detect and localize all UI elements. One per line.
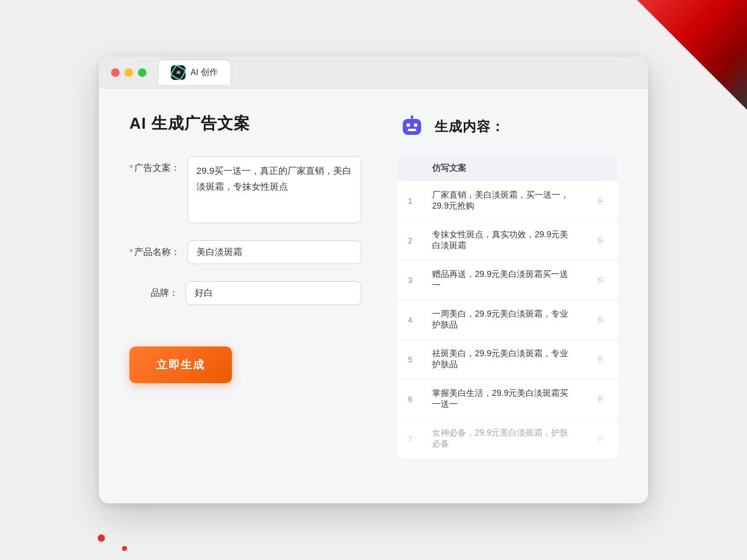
row-index: 3 [398,260,422,300]
minimize-button[interactable] [125,68,133,77]
robot-eyes [406,123,417,127]
brand-group: 品牌： [129,281,361,305]
row-index: 2 [398,221,422,260]
product-name-input[interactable] [187,240,361,264]
robot-head [403,119,421,135]
row-copy-text: 祛斑美白，29.9元美白淡斑霜，专业护肤品 [422,340,583,379]
table-row: 5祛斑美白，29.9元美白淡斑霜，专业护肤品⎘ [398,340,618,379]
table-row: 3赠品再送，29.9元美白淡斑霜买一送一⎘ [398,260,618,300]
copy-icon[interactable]: ⎘ [593,193,608,208]
row-action-cell: ⎘ [583,260,618,300]
brand-label: 品牌： [129,281,178,299]
right-title: 生成内容： [435,118,505,136]
robot-icon [398,113,426,141]
required-star-ad: * [129,162,133,173]
browser-window: AI 创作 AI 生成广告文案 *广告文案： *产品名称： [99,57,648,503]
row-action-cell: ⎘ [583,419,618,459]
title-bar: AI 创作 [99,57,648,88]
copy-icon[interactable]: ⎘ [593,392,608,406]
copy-icon[interactable]: ⎘ [593,431,608,446]
table-row: 6掌握美白生活，29.9元美白淡斑霜买一送一⎘ [398,379,618,419]
col-copy: 仿写文案 [422,156,583,181]
col-action [583,156,618,181]
copy-icon[interactable]: ⎘ [593,352,608,367]
row-copy-text: 赠品再送，29.9元美白淡斑霜买一送一 [422,260,583,300]
row-index: 7 [398,419,422,459]
corner-decoration [637,0,747,110]
row-copy-text: 掌握美白生活，29.9元美白淡斑霜买一送一 [422,379,583,419]
table-row: 2专抹女性斑点，真实功效，29.9元美白淡斑霜⎘ [398,221,618,260]
required-star-product: * [129,246,133,257]
row-index: 4 [398,300,422,340]
table-row: 4一周美白，29.9元美白淡斑霜，专业护肤品⎘ [398,300,618,340]
page-title: AI 生成广告文案 [129,113,361,134]
product-name-group: *产品名称： [129,240,361,264]
results-table: 仿写文案 1厂家直销，美白淡斑霜，买一送一，29.9元抢购⎘2专抹女性斑点，真实… [398,156,618,459]
ai-tab[interactable]: AI 创作 [159,60,230,85]
copy-icon[interactable]: ⎘ [593,312,608,327]
row-copy-text: 专抹女性斑点，真实功效，29.9元美白淡斑霜 [422,221,583,260]
product-name-label: *产品名称： [129,240,180,258]
close-button[interactable] [111,68,120,77]
table-row: 7女神必备，29.9元美白淡斑霜，护肤必备⎘ [398,419,618,459]
row-index: 1 [398,181,422,221]
copy-icon[interactable]: ⎘ [593,273,608,287]
page-content: AI 生成广告文案 *广告文案： *产品名称： 品牌： 立 [99,88,648,503]
row-action-cell: ⎘ [583,379,618,419]
row-index: 5 [398,340,422,379]
robot-mouth [408,129,416,131]
dot-decoration-2 [122,546,127,551]
row-copy-text: 厂家直销，美白淡斑霜，买一送一，29.9元抢购 [422,181,583,221]
col-index [398,156,422,181]
maximize-button[interactable] [138,68,146,77]
row-action-cell: ⎘ [583,181,618,221]
dot-decoration-1 [98,534,105,542]
ad-copy-group: *广告文案： [129,156,361,223]
robot-eye-left [406,123,410,127]
generate-button[interactable]: 立即生成 [129,346,232,383]
row-copy-text: 一周美白，29.9元美白淡斑霜，专业护肤品 [422,300,583,340]
ad-copy-label: *广告文案： [129,156,180,174]
row-action-cell: ⎘ [583,221,618,260]
brand-input[interactable] [186,281,361,305]
right-header: 生成内容： [398,113,618,141]
copy-icon[interactable]: ⎘ [593,233,608,248]
ad-copy-input[interactable] [187,156,361,223]
right-panel: 生成内容： 仿写文案 1厂家直销，美白淡斑霜，买一送一，29.9元抢购⎘2专抹女… [398,113,618,479]
row-copy-text: 女神必备，29.9元美白淡斑霜，护肤必备 [422,419,583,459]
table-row: 1厂家直销，美白淡斑霜，买一送一，29.9元抢购⎘ [398,181,618,221]
traffic-lights [111,68,146,77]
table-header-row: 仿写文案 [398,156,618,181]
ai-logo-icon [171,65,186,80]
tab-label: AI 创作 [190,67,218,78]
left-panel: AI 生成广告文案 *广告文案： *产品名称： 品牌： 立 [129,113,361,479]
row-action-cell: ⎘ [583,340,618,379]
robot-eye-right [414,123,417,127]
row-index: 6 [398,379,422,419]
row-action-cell: ⎘ [583,300,618,340]
